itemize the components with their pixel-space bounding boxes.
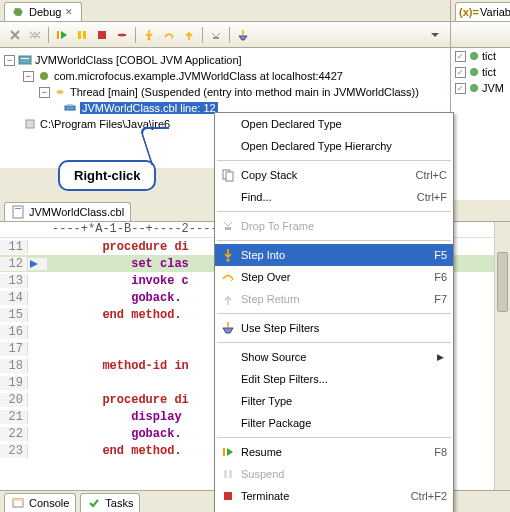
suspend-icon (219, 466, 237, 482)
collapse-icon[interactable]: − (23, 71, 34, 82)
menu-item-terminate-and-relaunch[interactable]: Terminate and Relaunch (215, 507, 453, 512)
disconnect-button[interactable] (113, 26, 131, 44)
view-menu-button[interactable] (426, 26, 444, 44)
menu-item-resume[interactable]: ResumeF8 (215, 441, 453, 463)
menu-item-step-over[interactable]: Step OverF6 (215, 266, 453, 288)
svg-rect-5 (83, 31, 86, 39)
tasks-icon (87, 496, 101, 510)
variable-row[interactable]: ✓tict (451, 64, 510, 80)
menu-item-terminate[interactable]: TerminateCtrl+F2 (215, 485, 453, 507)
line-number: 20 (0, 393, 28, 407)
marker-gutter (28, 258, 48, 270)
tab-editor-file[interactable]: JVMWorldClass.cbl (4, 202, 131, 221)
vertical-scrollbar[interactable] (494, 222, 510, 490)
menu-item-step-into[interactable]: Step IntoF5 (215, 244, 453, 266)
line-number: 13 (0, 274, 28, 288)
blank-icon (219, 415, 237, 431)
line-number: 15 (0, 308, 28, 322)
menu-item-filter-type[interactable]: Filter Type (215, 390, 453, 412)
variables-view: (x)= Variables ✓tict✓tict✓JVM (450, 0, 510, 200)
step-into-button[interactable] (140, 26, 158, 44)
debug-target-icon (37, 69, 51, 83)
menu-item-use-step-filters[interactable]: Use Step Filters (215, 317, 453, 339)
close-icon[interactable]: ✕ (65, 7, 75, 17)
menu-item-show-source[interactable]: Show Source▶ (215, 346, 453, 368)
resume-button[interactable] (53, 26, 71, 44)
svg-rect-16 (26, 120, 34, 128)
menu-item-open-declared-type[interactable]: Open Declared Type (215, 113, 453, 135)
filter-icon (219, 320, 237, 336)
menu-item-filter-package[interactable]: Filter Package (215, 412, 453, 434)
step-filters-button[interactable] (234, 26, 252, 44)
line-number: 22 (0, 427, 28, 441)
tab-debug[interactable]: Debug ✕ (4, 2, 82, 21)
tree-thread[interactable]: − Thread [main] (Suspended (entry into m… (4, 84, 446, 100)
line-number: 11 (0, 240, 28, 254)
svg-point-18 (470, 68, 478, 76)
suspend-button[interactable] (73, 26, 91, 44)
svg-rect-11 (19, 56, 31, 64)
menu-separator (217, 160, 451, 161)
terminate-button[interactable] (93, 26, 111, 44)
stepover-icon (219, 269, 237, 285)
remove-launch-button[interactable] (6, 26, 24, 44)
menu-item-find[interactable]: Find...Ctrl+F (215, 186, 453, 208)
stepreturn-icon (219, 291, 237, 307)
collapse-icon[interactable]: − (4, 55, 15, 66)
blank-icon (219, 189, 237, 205)
tree-process[interactable]: − com.microfocus.example.JVMWorldClass a… (4, 68, 446, 84)
collapse-icon[interactable]: − (39, 87, 50, 98)
line-number: 14 (0, 291, 28, 305)
bug-icon (11, 5, 25, 19)
checkbox-icon[interactable]: ✓ (455, 67, 466, 78)
circle-icon (469, 67, 479, 77)
svg-rect-27 (224, 470, 227, 478)
svg-rect-26 (223, 448, 225, 456)
debug-tab-bar: Debug ✕ (0, 0, 450, 22)
menu-item-edit-step-filters[interactable]: Edit Step Filters... (215, 368, 453, 390)
svg-rect-4 (78, 31, 81, 39)
menu-item-suspend: Suspend (215, 463, 453, 485)
context-menu: Open Declared TypeOpen Declared Type Hie… (214, 112, 454, 512)
checkbox-icon[interactable]: ✓ (455, 51, 466, 62)
svg-rect-32 (13, 499, 23, 501)
svg-rect-21 (15, 208, 21, 209)
svg-point-19 (470, 84, 478, 92)
menu-separator (217, 240, 451, 241)
line-number: 23 (0, 444, 28, 458)
tab-tasks[interactable]: Tasks (80, 493, 140, 512)
callout-right-click: Right-click (58, 160, 156, 191)
svg-point-17 (470, 52, 478, 60)
line-number: 12 (0, 257, 28, 271)
svg-point-8 (122, 33, 125, 36)
svg-point-25 (227, 259, 230, 262)
cobol-file-icon (11, 205, 25, 219)
svg-rect-10 (213, 37, 219, 39)
remove-all-launches-button[interactable] (26, 26, 44, 44)
tab-console[interactable]: Console (4, 493, 76, 512)
submenu-arrow-icon: ▶ (437, 352, 447, 362)
blank-icon (219, 349, 237, 365)
blank-icon (219, 393, 237, 409)
debug-toolbar (0, 22, 450, 48)
copy-icon (219, 167, 237, 183)
svg-rect-23 (226, 172, 233, 181)
line-number: 21 (0, 410, 28, 424)
checkbox-icon[interactable]: ✓ (455, 83, 466, 94)
step-return-button[interactable] (180, 26, 198, 44)
tab-variables[interactable]: (x)= Variables (455, 2, 510, 21)
menu-item-open-declared-type-hierarchy[interactable]: Open Declared Type Hierarchy (215, 135, 453, 157)
svg-rect-14 (65, 106, 75, 110)
variable-row[interactable]: ✓tict (451, 48, 510, 64)
tree-launch[interactable]: − JVMWorldClass [COBOL JVM Application] (4, 52, 446, 68)
step-over-button[interactable] (160, 26, 178, 44)
stepinto-icon (219, 247, 237, 263)
drop-to-frame-button[interactable] (207, 26, 225, 44)
menu-separator (217, 437, 451, 438)
menu-separator (217, 211, 451, 212)
blank-icon (219, 116, 237, 132)
process-icon (23, 117, 37, 131)
svg-point-9 (148, 37, 151, 40)
variable-row[interactable]: ✓JVM (451, 80, 510, 96)
menu-item-copy-stack[interactable]: Copy StackCtrl+C (215, 164, 453, 186)
